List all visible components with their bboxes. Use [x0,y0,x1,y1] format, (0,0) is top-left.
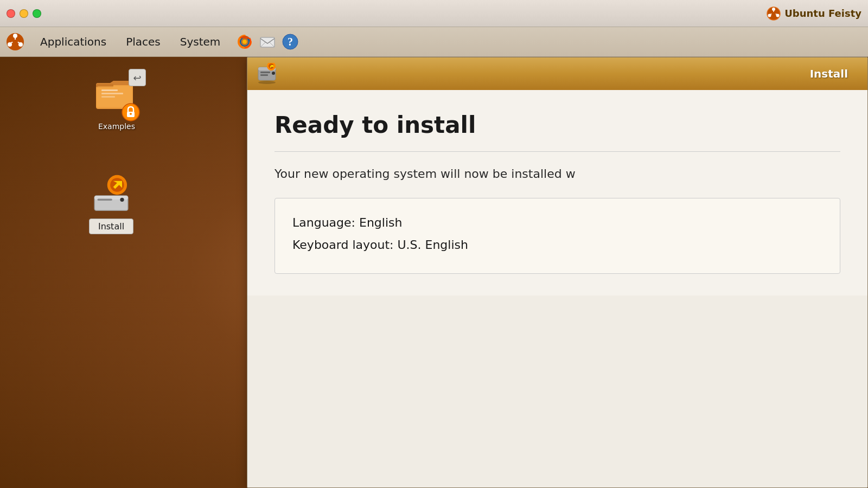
language-summary: Language: English [292,214,822,232]
svg-point-27 [120,198,124,202]
window-controls [7,9,41,18]
svg-rect-18 [101,89,118,91]
menu-places[interactable]: Places [116,31,170,53]
svg-point-1 [772,8,775,11]
firefox-button[interactable] [234,31,255,52]
svg-point-10 [242,40,247,44]
ubuntu-title-logo-icon [766,6,781,21]
svg-rect-19 [101,93,123,94]
symlink-arrow-icon: ↩ [129,69,146,86]
title-bar: Ubuntu Feisty [0,0,868,27]
svg-rect-20 [101,96,115,98]
ubuntu-logo-icon [5,32,25,52]
installer-disk-icon [256,63,278,85]
menu-system[interactable]: System [170,31,231,53]
examples-desktop-icon[interactable]: ↩ Examples [90,73,144,134]
help-icon: ? [281,33,299,51]
svg-point-5 [13,34,17,38]
installer-titlebar: Install [247,57,867,90]
close-button[interactable] [7,9,15,18]
installer-description: Your new operating system will now be in… [275,167,840,181]
firefox-icon [235,33,254,51]
menu-bar: Applications Places System [0,27,868,57]
installer-divider [275,151,840,152]
toolbar-icons: ? [234,31,301,52]
mail-icon [258,33,277,51]
lock-badge-icon [121,102,141,122]
svg-point-23 [130,113,132,115]
svg-point-30 [258,81,276,84]
svg-text:?: ? [288,36,293,48]
examples-icon-wrapper: ↩ [95,76,138,120]
installer-title-text: Install [810,67,859,80]
maximize-button[interactable] [33,9,41,18]
installer-title-left [256,63,278,85]
examples-label: Examples [98,122,135,131]
minimize-button[interactable] [20,9,28,18]
desktop: ↩ Examples [0,57,868,488]
install-icon-wrapper [90,174,133,217]
ready-to-install-heading: Ready to install [275,112,840,138]
help-button[interactable]: ? [280,31,301,52]
svg-rect-33 [260,72,270,73]
svg-point-35 [272,72,275,75]
install-label: Install [98,221,124,232]
menu-applications[interactable]: Applications [30,31,116,53]
installer-summary-box: Language: English Keyboard layout: U.S. … [275,198,840,274]
svg-rect-26 [98,198,112,201]
install-desktop-icon[interactable]: Install [84,171,138,237]
mail-button[interactable] [257,31,278,52]
keyboard-summary: Keyboard layout: U.S. English [292,236,822,254]
window-title-text: Ubuntu Feisty [784,8,861,19]
ubuntu-menu-logo[interactable] [4,31,26,53]
svg-rect-34 [260,74,268,76]
window-title: Ubuntu Feisty [766,6,861,21]
install-icon [90,172,133,220]
installer-window: Install Ready to install Your new operat… [247,57,868,488]
installer-content: Ready to install Your new operating syst… [247,90,867,296]
svg-rect-11 [260,37,275,47]
